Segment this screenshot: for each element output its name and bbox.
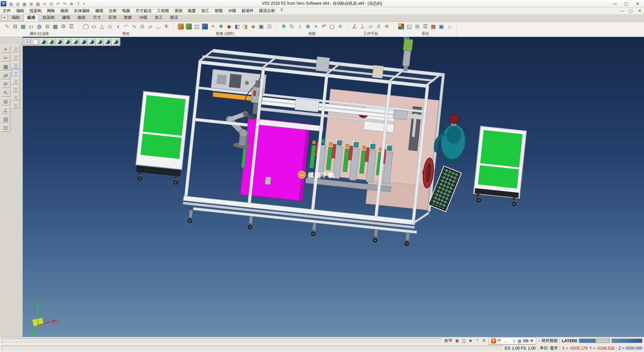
view-list-menu-icon[interactable]: ≡ <box>23 38 31 45</box>
table-icon[interactable]: ▦ <box>429 23 437 31</box>
view-axon-1-icon[interactable] <box>88 38 96 45</box>
info-panel-icon[interactable]: ▣ <box>437 23 445 31</box>
view-iso-icon[interactable] <box>40 38 47 45</box>
ime-punctuation-toggle[interactable]: ，。 <box>503 338 511 344</box>
view-front-icon[interactable] <box>56 38 63 45</box>
copy-icon[interactable]: ⊡ <box>48 1 55 7</box>
menu-item[interactable]: 冲模 <box>225 7 239 14</box>
tab-apply[interactable]: 应用 <box>105 14 120 21</box>
menu-item[interactable]: 尺寸标注 <box>133 7 154 14</box>
view-axon-2-icon[interactable] <box>96 38 104 45</box>
menu-item[interactable]: 加工 <box>199 7 212 14</box>
previous-view-icon[interactable]: ↶ <box>320 23 328 31</box>
ime-toolbox-icon[interactable]: ⚒ <box>530 339 534 343</box>
zoom-target-icon[interactable]: ⌖ <box>1 45 10 53</box>
shadow-icon[interactable]: ❖ <box>217 23 225 31</box>
segment-icon[interactable]: ◡ <box>154 23 162 31</box>
help-icon[interactable]: ? <box>75 1 82 7</box>
status-settings-icon[interactable]: ⚙ <box>481 338 487 344</box>
open-file-icon[interactable]: ▥ <box>14 1 21 7</box>
grid-filter-icon[interactable]: ▦ <box>19 23 27 31</box>
tab-overflow-button[interactable]: ▼ <box>1 14 7 21</box>
tab-wireframe[interactable]: 线架构 <box>39 14 58 21</box>
measure-angle-icon[interactable]: ∠ <box>1 106 10 114</box>
tab-flow[interactable]: 模流 <box>166 14 182 21</box>
zoom-fit-icon[interactable]: ↕ <box>296 23 304 31</box>
gallery-icon[interactable]: ◈ <box>249 23 257 31</box>
filter-settings-icon[interactable]: ⚙ <box>59 23 67 31</box>
capture-icon[interactable]: ▣ <box>257 23 265 31</box>
manager-list-icon[interactable]: ☰ <box>421 23 429 31</box>
menu-item[interactable]: 视窗 <box>185 7 199 14</box>
stamp-icon[interactable]: ⊡ <box>1 124 10 132</box>
snapshot-icon[interactable]: ▣ <box>454 338 460 344</box>
half-ellipse-icon[interactable]: ◖ <box>114 23 122 31</box>
new-file-icon[interactable]: ▤ <box>8 1 14 7</box>
trim-icon[interactable]: ✂ <box>1 54 10 62</box>
cross-icon[interactable]: ✛ <box>162 23 170 31</box>
workplane-angle-icon[interactable]: ∠ <box>351 23 359 31</box>
layer-filter-icon[interactable]: ⚏ <box>27 23 35 31</box>
view-back-icon[interactable] <box>80 38 88 45</box>
save-icon[interactable]: ▦ <box>21 1 28 7</box>
menu-item[interactable]: 系统 <box>172 7 185 14</box>
color-filter-icon[interactable]: ◍ <box>35 23 43 31</box>
side-tool-5-icon[interactable]: ▯ <box>12 77 20 85</box>
menu-item[interactable]: 建模 <box>93 7 106 14</box>
diamond-icon[interactable]: ◇ <box>106 23 114 31</box>
material-icon[interactable]: ◆ <box>225 23 233 31</box>
tab-dimension[interactable]: 尺寸 <box>89 14 105 21</box>
tab-surface[interactable]: 曲面 <box>74 14 89 21</box>
redo-icon[interactable]: ↷ <box>61 1 68 7</box>
attribute-pen-icon[interactable]: ✎ <box>3 23 11 31</box>
tab-machining[interactable]: 加工 <box>151 14 166 21</box>
ime-language-toggle[interactable]: 中 <box>497 338 501 344</box>
array-icon[interactable]: ⊞ <box>1 97 10 105</box>
layers-icon[interactable]: ▤ <box>1 115 10 123</box>
wireframe-view-icon[interactable]: ◫ <box>193 23 201 31</box>
rotate-view-icon[interactable]: ↻ <box>288 23 296 31</box>
rotate-entity-icon[interactable]: ⟳ <box>1 80 10 88</box>
view-mode-label[interactable]: 绝对视图 <box>542 338 558 344</box>
menu-item[interactable]: 线架构 <box>27 7 44 14</box>
home-icon[interactable]: ⌂ <box>445 23 453 31</box>
3d-scene[interactable]: 模型下载 Z Y X <box>23 37 644 337</box>
menu-item[interactable]: 模流分析 <box>256 7 278 14</box>
right-green-screen-cart[interactable] <box>473 126 527 206</box>
document-close-button[interactable]: ✕ <box>635 9 644 13</box>
filter-list-icon[interactable]: ☰ <box>67 23 75 31</box>
menu-item[interactable]: 编辑 <box>13 7 27 14</box>
image-capture-icon[interactable]: ◫ <box>461 338 467 344</box>
menu-item[interactable]: 塑模 <box>212 7 225 14</box>
side-tool-8-icon[interactable]: ▯ <box>12 101 20 109</box>
menu-item[interactable]: ? <box>278 7 285 14</box>
view-blank-icon[interactable] <box>32 38 39 45</box>
side-tool-6-icon[interactable]: ▯ <box>12 85 20 93</box>
add-filter-icon[interactable]: ⊞ <box>43 23 51 31</box>
ime-keyboard-icon[interactable]: ⌨ <box>523 339 528 343</box>
lock-toggle[interactable]: 拴牢 <box>444 338 452 344</box>
view-right-icon[interactable] <box>64 38 71 45</box>
side-tool-4-icon[interactable]: ▯ <box>12 69 20 77</box>
menu-item[interactable]: 网格 <box>44 7 58 14</box>
zoom-window-icon[interactable]: ⌖ <box>312 23 320 31</box>
ime-logo-icon[interactable]: S <box>491 338 496 343</box>
workplane-origin-icon[interactable]: ✛ <box>383 23 391 31</box>
side-tool-7-icon[interactable]: ▯ <box>12 93 20 101</box>
plane-icon[interactable]: ▱ <box>146 23 154 31</box>
document-restore-button[interactable]: ▢ <box>627 9 635 13</box>
menu-item[interactable]: 分析 <box>106 7 119 14</box>
side-tool-3-icon[interactable]: ▯ <box>12 61 20 69</box>
triangle-icon[interactable]: △ <box>98 23 106 31</box>
layer-indicator[interactable]: LAYER0 <box>562 339 577 343</box>
viewport-3d[interactable]: ≡ <box>23 37 644 337</box>
tab-standard[interactable]: 标准 <box>23 14 39 21</box>
point-icon[interactable]: ⊙ <box>138 23 146 31</box>
workplane-grid-icon[interactable]: # <box>375 23 383 31</box>
print-icon[interactable]: ⊞ <box>28 1 35 7</box>
tab-edit[interactable]: 编辑 <box>8 14 23 21</box>
menu-item[interactable]: 工程图 <box>154 7 172 14</box>
arc-icon[interactable]: ◠ <box>122 23 130 31</box>
shade-icon[interactable] <box>186 24 192 30</box>
named-view-icon[interactable]: ▢ <box>328 23 336 31</box>
